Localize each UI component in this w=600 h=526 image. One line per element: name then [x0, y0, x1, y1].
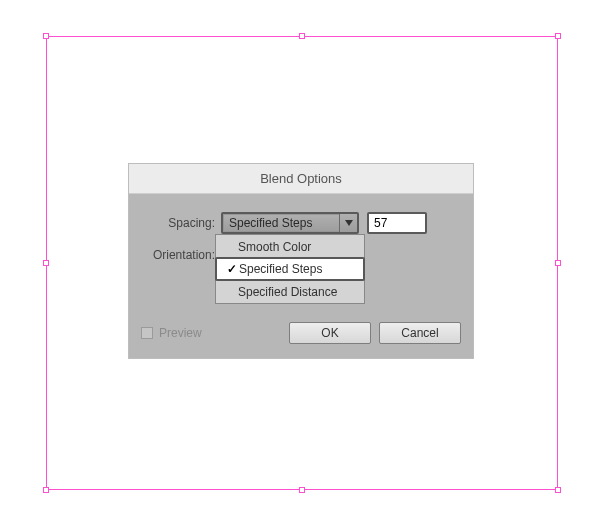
spacing-dropdown-value: Specified Steps	[223, 216, 339, 230]
resize-handle-top-left[interactable]	[43, 33, 49, 39]
option-specified-distance[interactable]: Specified Distance	[216, 280, 364, 303]
spacing-value-input[interactable]	[367, 212, 427, 234]
resize-handle-middle-left[interactable]	[43, 260, 49, 266]
spacing-dropdown[interactable]: Specified Steps	[221, 212, 359, 234]
resize-handle-bottom-left[interactable]	[43, 487, 49, 493]
canvas: Blend Options Spacing: Specified Steps O…	[0, 0, 600, 526]
option-smooth-color[interactable]: Smooth Color	[216, 235, 364, 258]
resize-handle-top-right[interactable]	[555, 33, 561, 39]
resize-handle-bottom-right[interactable]	[555, 487, 561, 493]
preview-checkbox[interactable]	[141, 327, 153, 339]
option-label: Specified Steps	[239, 262, 363, 276]
preview-label: Preview	[159, 326, 202, 340]
option-label: Smooth Color	[238, 240, 364, 254]
resize-handle-bottom-center[interactable]	[299, 487, 305, 493]
dialog-buttons: OK Cancel	[289, 322, 461, 344]
dropdown-arrow-icon	[339, 214, 357, 232]
preview-checkbox-group[interactable]: Preview	[141, 326, 289, 340]
orientation-label: Orientation:	[141, 248, 221, 262]
dialog-footer: Preview OK Cancel	[141, 316, 461, 344]
dialog-title: Blend Options	[129, 164, 473, 194]
ok-button[interactable]: OK	[289, 322, 371, 344]
blend-options-dialog: Blend Options Spacing: Specified Steps O…	[128, 163, 474, 359]
cancel-button[interactable]: Cancel	[379, 322, 461, 344]
spacing-row: Spacing: Specified Steps	[141, 212, 461, 234]
check-icon: ✓	[225, 262, 239, 276]
spacing-label: Spacing:	[141, 216, 221, 230]
option-specified-steps[interactable]: ✓ Specified Steps	[215, 257, 365, 281]
dialog-body: Spacing: Specified Steps Orientation: Sm…	[129, 194, 473, 358]
resize-handle-middle-right[interactable]	[555, 260, 561, 266]
spacing-dropdown-options: Smooth Color ✓ Specified Steps Specified…	[215, 234, 365, 304]
option-label: Specified Distance	[238, 285, 364, 299]
resize-handle-top-center[interactable]	[299, 33, 305, 39]
